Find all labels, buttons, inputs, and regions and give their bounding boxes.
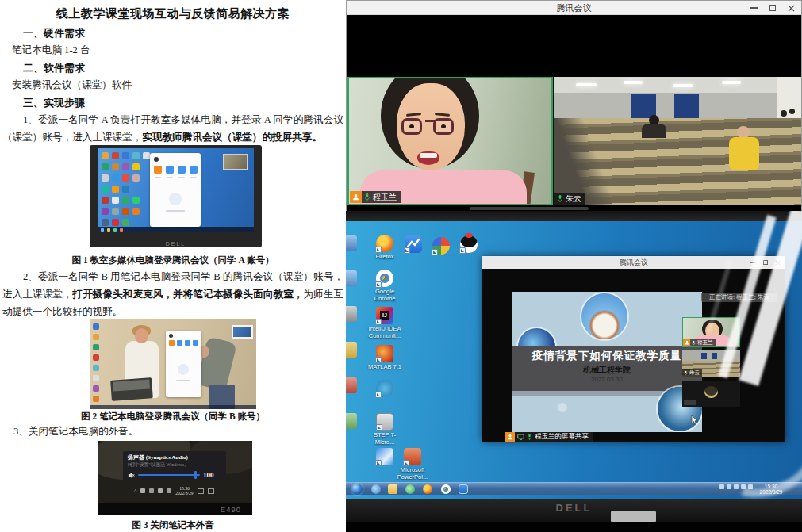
section3-heading: 三、实现步骤: [23, 96, 85, 110]
minimize-button[interactable]: [750, 7, 758, 9]
woman-eye: [409, 124, 414, 128]
clock-time: 15:30: [754, 484, 788, 489]
doc-title: 线上教学课堂现场互动与反馈简易解决方案: [0, 6, 346, 21]
monitor-top-bezel: [346, 211, 802, 221]
windows-taskbar: 15:30 2022/3/29: [346, 482, 802, 495]
desktop-icon-step7[interactable]: STEP 7-Micro...: [364, 413, 405, 446]
photo-maximize-button[interactable]: [763, 260, 768, 265]
step1-paragraph: 1、委派一名同学 A 负责打开教室多媒体电脑，并登录 A 同学的腾讯会议（课堂）…: [2, 112, 343, 147]
photo-window-titlebar[interactable]: 腾讯会议: [482, 256, 785, 269]
desktop-icon-red-cut[interactable]: [346, 377, 357, 393]
desktop-icon-qq[interactable]: [457, 235, 481, 255]
fig2-taskbar: [90, 405, 256, 409]
tray-volume-icon: [741, 484, 746, 489]
fig1-schedule-button: [178, 166, 186, 174]
icon-label: IntelliJ IDEA Communit...: [369, 325, 401, 339]
desktop-icon-powerpoint[interactable]: Microsoft PowerPoi...: [392, 448, 433, 480]
slide-pale-dot2: [558, 403, 567, 412]
step1-bold: 实现教师腾讯会议（课堂）的投屏共享。: [142, 132, 322, 143]
window-title: 腾讯会议: [347, 1, 801, 15]
desktop-icon-intellij[interactable]: IJ IntelliJ IDEA Communit...: [364, 307, 405, 339]
desktop-icon-matlab[interactable]: MATLAB 7.1: [364, 345, 405, 371]
fig3-tray-chevron: ^: [134, 488, 136, 494]
desktop-icon-pinwheel[interactable]: [429, 237, 453, 256]
video-tile-zhuyun[interactable]: 朱云: [554, 77, 801, 205]
share-person-icon: [505, 432, 515, 442]
fig1-task-icon: [113, 228, 117, 232]
start-button[interactable]: [351, 484, 363, 495]
desktop-icon-recyclebin-cut[interactable]: [346, 306, 357, 322]
host-person-icon: [350, 191, 362, 203]
section2-heading: 二、软件需求: [23, 61, 85, 75]
slide-date: 2022.03.30: [512, 376, 702, 383]
fig3-date: 2022/3/29: [175, 491, 193, 496]
fig2-join-button: [169, 340, 175, 346]
desktop-icon-computer-cut[interactable]: [346, 235, 357, 251]
photo-close-button[interactable]: [775, 260, 781, 266]
ceiling-light: [722, 81, 741, 84]
thumb2-panel2: [712, 353, 717, 359]
desktop-icon-firefox[interactable]: Firefox: [364, 235, 405, 261]
desktop-icon-ie-cut[interactable]: [346, 342, 357, 358]
desktop-icon-tencent-meeting[interactable]: [401, 235, 425, 255]
clock-date: 2022/3/29: [754, 489, 788, 495]
fig1-empty-state: [169, 193, 182, 205]
fig2-label-line: [176, 380, 190, 381]
screen-share-label: 程玉兰的屏幕共享: [505, 432, 593, 442]
fig3-network-icon: [158, 488, 163, 493]
thumbnail-zhuyun[interactable]: 朱云: [682, 350, 740, 377]
classroom-aisle: [554, 118, 801, 205]
fig1-share-button: [190, 166, 198, 174]
desktop-icon-chrome[interactable]: Google Chrome: [364, 270, 405, 302]
close-button[interactable]: [788, 5, 795, 12]
taskbar-firefox-icon[interactable]: [423, 484, 432, 494]
fig3-taskbar: ^ 15:362022/3/29: [134, 485, 250, 496]
tray-printer-icon: [719, 484, 724, 489]
system-tray[interactable]: [719, 484, 753, 489]
fig2-man-body: [196, 336, 237, 391]
fig1-join-button: [154, 166, 162, 174]
desktop-icon-doc-cut[interactable]: [346, 413, 357, 429]
mic-on-icon: [364, 193, 370, 201]
tray-network-icon: [734, 484, 739, 489]
taskbar-360-icon[interactable]: [405, 484, 415, 494]
taskbar-clock[interactable]: 15:30 2022/3/29: [754, 484, 788, 495]
video-tile-chengyulan[interactable]: 程玉兰: [347, 77, 553, 205]
fig1-label-line: [190, 177, 197, 178]
section1-body: 笔记本电脑 1-2 台: [12, 44, 90, 57]
photo-minimize-button[interactable]: [750, 262, 756, 262]
window-titlebar[interactable]: 腾讯会议: [347, 1, 801, 15]
fig1-label-line: [155, 177, 161, 178]
meeting-window-in-photo: 腾讯会议 疫情背景下如何保证教学质量 机械工程学院 2022.03.30: [482, 256, 785, 442]
desktop-icon-network-cut[interactable]: [346, 270, 357, 286]
fig1-dell-logo: DELL: [90, 241, 262, 247]
thumbnail-participant3[interactable]: [682, 381, 740, 407]
thumb2-name: 朱云: [689, 369, 700, 377]
fig2-meeting-panel: [166, 331, 201, 397]
document-page: 线上教学课堂现场互动与反馈简易解决方案 一、硬件需求 笔记本电脑 1-2 台 二…: [0, 0, 346, 532]
desktop-icon-qqplayer[interactable]: [364, 380, 405, 399]
figure2-laptop-photo: [90, 319, 256, 409]
icon-label: Firefox: [376, 253, 394, 260]
taskbar-ie-icon[interactable]: [371, 484, 381, 494]
step3-text: 3、关闭笔记本电脑的外音。: [13, 425, 138, 438]
fig3-action-center-icon: [208, 488, 214, 494]
thumbnail-chengyulan[interactable]: 程玉兰: [682, 317, 740, 347]
tray-language-icon: [748, 484, 753, 489]
window-bottom-strip: [347, 205, 801, 211]
woman-smile: [417, 151, 439, 165]
taskbar-folder-icon[interactable]: [388, 484, 397, 494]
fig2-empty-state: [178, 364, 189, 375]
taskbar-meeting-icon[interactable]: [459, 484, 468, 494]
taskbar-chrome-icon[interactable]: [441, 484, 451, 494]
muted-speaker-icon: [128, 472, 135, 479]
ceiling-light: [576, 83, 597, 86]
student4-head: [789, 109, 795, 114]
icon-label: Google Chrome: [374, 288, 396, 302]
slide-org: 机械工程学院: [512, 365, 702, 376]
figure1-caption: 图 1 教室多媒体电脑登录腾讯会议（同学 A 账号）: [0, 255, 346, 266]
icon-label: Microsoft PowerPoi...: [397, 466, 428, 480]
thumb3-nametag: [684, 400, 696, 405]
maximize-button[interactable]: [769, 5, 776, 11]
desk-shadow: [346, 522, 802, 532]
